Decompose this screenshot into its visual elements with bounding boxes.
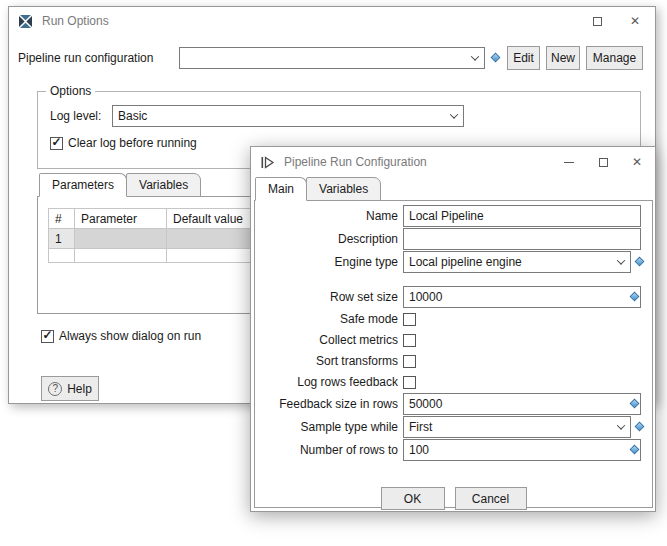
- pipeline-run-config-label: Pipeline run configuration: [18, 51, 153, 65]
- clear-log-row[interactable]: ✓ Clear log before running: [50, 136, 197, 150]
- pipeline-run-config-titlebar[interactable]: Pipeline Run Configuration ✕: [251, 147, 655, 177]
- variable-diamond-icon[interactable]: [635, 257, 645, 267]
- tab-parameters-label: Parameters: [52, 178, 114, 192]
- window-controls: ✕: [552, 147, 654, 177]
- maximize-button[interactable]: [586, 147, 620, 177]
- close-button[interactable]: ✕: [620, 147, 654, 177]
- number-of-rows-label: Number of rows to: [255, 443, 403, 457]
- sort-transforms-row: Sort transforms ✓: [255, 351, 652, 371]
- column-header-num: #: [49, 209, 75, 229]
- name-input[interactable]: [403, 205, 641, 227]
- help-button[interactable]: ? Help: [41, 376, 99, 401]
- sort-transforms-checkbox[interactable]: ✓: [403, 355, 416, 368]
- sample-type-combo[interactable]: First: [403, 416, 631, 438]
- variable-diamond-icon[interactable]: [635, 422, 645, 432]
- edit-button[interactable]: Edit: [507, 46, 540, 70]
- description-input[interactable]: [403, 228, 641, 250]
- collect-metrics-checkbox[interactable]: ✓: [403, 334, 416, 347]
- always-show-row[interactable]: ✓ Always show dialog on run: [41, 329, 201, 343]
- dialog-buttons: OK Cancel: [255, 487, 652, 510]
- chevron-down-icon: [612, 417, 630, 437]
- options-group-legend: Options: [46, 84, 95, 98]
- tab-variables-label: Variables: [319, 182, 368, 196]
- run-options-titlebar[interactable]: Run Options ✕: [9, 7, 655, 35]
- chevron-down-icon: [445, 106, 463, 126]
- check-icon: ✓: [51, 136, 61, 148]
- engine-type-row: Engine type Local pipeline engine: [255, 251, 652, 273]
- always-show-checkbox[interactable]: ✓: [41, 330, 54, 343]
- safe-mode-row: Safe mode ✓: [255, 309, 652, 329]
- chevron-down-icon: [612, 252, 630, 272]
- pipeline-icon: [260, 155, 275, 170]
- log-level-combo[interactable]: Basic: [112, 105, 464, 127]
- ok-button[interactable]: OK: [381, 487, 445, 510]
- feedback-size-row: Feedback size in rows: [255, 393, 652, 415]
- engine-type-value: Local pipeline engine: [404, 255, 612, 269]
- log-rows-feedback-checkbox[interactable]: ✓: [403, 376, 416, 389]
- name-row: Name: [255, 205, 652, 227]
- new-button[interactable]: New: [546, 46, 580, 70]
- description-row: Description: [255, 228, 652, 250]
- tab-main-label: Main: [268, 182, 294, 196]
- sort-transforms-label: Sort transforms: [255, 354, 403, 368]
- feedback-size-label: Feedback size in rows: [255, 397, 403, 411]
- pipeline-run-config-title: Pipeline Run Configuration: [284, 155, 427, 169]
- manage-button[interactable]: Manage: [586, 46, 643, 70]
- description-label: Description: [255, 232, 403, 246]
- check-icon: ✓: [42, 329, 52, 341]
- tab-main[interactable]: Main: [255, 177, 307, 201]
- pipeline-config-tabs: Main Variables: [255, 177, 381, 201]
- pipeline-run-configuration-dialog: Pipeline Run Configuration ✕ Main Variab…: [250, 146, 656, 512]
- run-options-title: Run Options: [42, 14, 109, 28]
- row-set-size-row: Row set size: [255, 286, 652, 308]
- row-set-size-label: Row set size: [255, 290, 403, 304]
- pipeline-run-config-combo[interactable]: [179, 47, 485, 69]
- log-level-value: Basic: [113, 109, 445, 123]
- number-of-rows-input[interactable]: [403, 439, 641, 461]
- clear-log-checkbox[interactable]: ✓: [50, 137, 63, 150]
- clear-log-label: Clear log before running: [68, 136, 197, 150]
- log-rows-feedback-row: Log rows feedback ✓: [255, 372, 652, 392]
- run-options-icon: [18, 14, 33, 29]
- tab-variables[interactable]: Variables: [126, 173, 201, 197]
- run-options-tabs: Parameters Variables: [39, 173, 201, 197]
- collect-metrics-label: Collect metrics: [255, 333, 403, 347]
- safe-mode-checkbox[interactable]: ✓: [403, 313, 416, 326]
- number-of-rows-row: Number of rows to: [255, 439, 652, 461]
- maximize-icon: [593, 17, 602, 26]
- tab-variables[interactable]: Variables: [306, 177, 381, 201]
- engine-type-combo[interactable]: Local pipeline engine: [403, 251, 631, 273]
- column-header-parameter: Parameter: [75, 209, 167, 229]
- tab-parameters[interactable]: Parameters: [39, 173, 127, 197]
- cancel-button[interactable]: Cancel: [455, 487, 527, 510]
- close-icon: ✕: [630, 14, 640, 28]
- cell-parameter[interactable]: [75, 229, 167, 249]
- log-level-label: Log level:: [50, 109, 101, 123]
- row-set-size-input[interactable]: [403, 286, 641, 308]
- sample-type-value: First: [404, 420, 612, 434]
- main-tab-panel: Name Description Engine type Local pipel…: [254, 200, 653, 508]
- cell-num[interactable]: 1: [49, 229, 75, 249]
- minimize-button[interactable]: [552, 147, 586, 177]
- pipeline-config-form: Name Description Engine type Local pipel…: [255, 205, 652, 510]
- feedback-size-input[interactable]: [403, 393, 641, 415]
- tab-variables-label: Variables: [139, 178, 188, 192]
- safe-mode-label: Safe mode: [255, 312, 403, 326]
- log-rows-feedback-label: Log rows feedback: [255, 375, 403, 389]
- close-icon: ✕: [632, 155, 642, 169]
- name-label: Name: [255, 209, 403, 223]
- cell-num[interactable]: [49, 249, 75, 263]
- collect-metrics-row: Collect metrics ✓: [255, 330, 652, 350]
- close-button[interactable]: ✕: [616, 7, 654, 35]
- chevron-down-icon: [466, 48, 484, 68]
- sample-type-row: Sample type while First: [255, 416, 652, 438]
- help-icon: ?: [48, 382, 62, 396]
- minimize-icon: [564, 162, 574, 163]
- sample-type-label: Sample type while: [255, 420, 403, 434]
- cell-parameter[interactable]: [75, 249, 167, 263]
- variable-diamond-icon[interactable]: [491, 53, 501, 63]
- always-show-label: Always show dialog on run: [59, 329, 201, 343]
- maximize-button[interactable]: [578, 7, 616, 35]
- window-controls: ✕: [578, 7, 654, 35]
- maximize-icon: [599, 158, 608, 167]
